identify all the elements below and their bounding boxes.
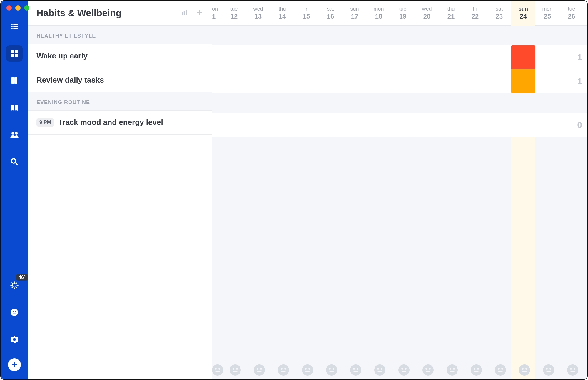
mood-day-cell[interactable]: [320, 364, 344, 376]
habit-day-cell[interactable]: [343, 45, 367, 69]
mood-day-cell[interactable]: [368, 364, 392, 376]
habit-day-cell[interactable]: [535, 45, 559, 69]
calendar-day-26[interactable]: tue26: [559, 1, 584, 25]
mood-day-cell[interactable]: [416, 364, 440, 376]
habit-day-cell[interactable]: [415, 69, 439, 93]
habit-day-cell[interactable]: [318, 113, 343, 137]
habit-day-cell[interactable]: [367, 69, 391, 93]
habit-day-cell[interactable]: [391, 69, 415, 93]
svg-point-27: [15, 311, 16, 312]
habit-day-cell[interactable]: [318, 69, 343, 93]
mood-day-cell[interactable]: [295, 364, 320, 376]
habit-day-cell[interactable]: [343, 113, 367, 137]
habit-day-cell[interactable]: [270, 45, 294, 69]
calendar-day-21[interactable]: thu21: [439, 1, 463, 25]
habit-day-cell[interactable]: [487, 69, 511, 93]
habit-day-cell[interactable]: [318, 45, 343, 69]
stats-icon[interactable]: [181, 9, 188, 17]
nav-add-button[interactable]: [8, 358, 21, 371]
nav-book-icon[interactable]: [6, 99, 23, 116]
nav-search-icon[interactable]: [6, 153, 23, 170]
habit-day-cell[interactable]: [463, 45, 487, 69]
add-habit-icon[interactable]: [196, 9, 203, 17]
day-name: fri: [463, 6, 487, 12]
calendar-day-24[interactable]: sun24: [511, 1, 535, 25]
habit-row[interactable]: Review daily tasks: [28, 68, 212, 92]
calendar-day-12[interactable]: tue12: [222, 1, 246, 25]
habit-day-cell[interactable]: [487, 45, 511, 69]
habit-row[interactable]: Wake up early: [28, 44, 212, 68]
habit-day-cell[interactable]: [270, 69, 294, 93]
calendar-day-23[interactable]: sat23: [487, 1, 511, 25]
habit-day-cell[interactable]: [415, 113, 439, 137]
habit-day-cell[interactable]: [367, 45, 391, 69]
habit-day-cell[interactable]: [511, 69, 535, 93]
nav-people-icon[interactable]: [6, 126, 23, 143]
mood-day-cell[interactable]: [537, 364, 561, 376]
nav-mood-icon[interactable]: [6, 304, 23, 321]
calendar-day-13[interactable]: wed13: [246, 1, 270, 25]
habit-day-cell[interactable]: [391, 113, 415, 137]
habit-day-cell[interactable]: [270, 113, 294, 137]
nav-settings-icon[interactable]: [6, 331, 23, 348]
calendar-day-16[interactable]: sat16: [318, 1, 343, 25]
habit-day-cell[interactable]: [222, 45, 246, 69]
close-window-button[interactable]: [6, 5, 12, 11]
calendar-day-20[interactable]: wed20: [415, 1, 439, 25]
nav-list-icon[interactable]: [6, 18, 23, 35]
habit-day-cell[interactable]: [294, 69, 318, 93]
calendar-day-15[interactable]: fri15: [294, 1, 318, 25]
habit-day-cell[interactable]: [535, 113, 559, 137]
habit-day-cell[interactable]: [511, 45, 535, 69]
habit-day-cell[interactable]: [212, 45, 222, 69]
calendar-day-22[interactable]: fri22: [463, 1, 487, 25]
habit-day-cell[interactable]: [415, 45, 439, 69]
mood-day-cell[interactable]: [344, 364, 368, 376]
habit-day-cell[interactable]: [246, 45, 270, 69]
habit-day-cell[interactable]: [367, 113, 391, 137]
calendar-day-19[interactable]: tue19: [391, 1, 415, 25]
mood-day-cell[interactable]: [392, 364, 416, 376]
calendar-day-14[interactable]: thu14: [270, 1, 294, 25]
habit-day-cell[interactable]: [222, 69, 246, 93]
habit-day-cell[interactable]: [212, 113, 222, 137]
habit-day-cell[interactable]: [222, 113, 246, 137]
mood-day-cell[interactable]: [271, 364, 295, 376]
habit-day-cell[interactable]: [463, 113, 487, 137]
mood-day-cell[interactable]: [488, 364, 512, 376]
mood-day-cell[interactable]: [247, 364, 271, 376]
mood-day-cell[interactable]: [212, 364, 223, 376]
habit-day-cell[interactable]: [246, 113, 270, 137]
habit-day-cell[interactable]: [511, 113, 535, 137]
mood-day-cell[interactable]: [223, 364, 247, 376]
habit-day-cell[interactable]: [294, 45, 318, 69]
mood-day-cell[interactable]: [561, 364, 585, 376]
nav-dashboard-icon[interactable]: [6, 45, 23, 62]
habit-day-cell[interactable]: [391, 45, 415, 69]
habit-day-cell[interactable]: [487, 113, 511, 137]
habit-day-cell[interactable]: [294, 113, 318, 137]
calendar-day-1[interactable]: on1: [212, 1, 222, 25]
habit-day-cell[interactable]: [439, 113, 463, 137]
habit-day-cell[interactable]: [343, 69, 367, 93]
habit-day-cell[interactable]: [439, 69, 463, 93]
mood-face-icon: [495, 364, 506, 376]
mood-day-cell[interactable]: [464, 364, 488, 376]
nav-journal-icon[interactable]: [6, 72, 23, 89]
habit-row[interactable]: 9 PMTrack mood and energy level: [28, 111, 212, 135]
mood-face-icon: [212, 364, 223, 376]
mood-face-icon: [447, 364, 458, 376]
habit-day-cell[interactable]: [535, 69, 559, 93]
habit-day-cell[interactable]: [246, 69, 270, 93]
mood-day-cell[interactable]: [440, 364, 464, 376]
mood-day-cell[interactable]: [512, 364, 537, 376]
fullscreen-window-button[interactable]: [24, 5, 29, 11]
habit-day-cell[interactable]: [439, 45, 463, 69]
nav-weather-icon[interactable]: 46°: [6, 277, 23, 294]
calendar-day-25[interactable]: mon25: [535, 1, 559, 25]
habit-day-cell[interactable]: [463, 69, 487, 93]
minimize-window-button[interactable]: [15, 5, 21, 11]
habit-day-cell[interactable]: [212, 69, 222, 93]
calendar-day-17[interactable]: sun17: [343, 1, 367, 25]
calendar-day-18[interactable]: mon18: [367, 1, 391, 25]
